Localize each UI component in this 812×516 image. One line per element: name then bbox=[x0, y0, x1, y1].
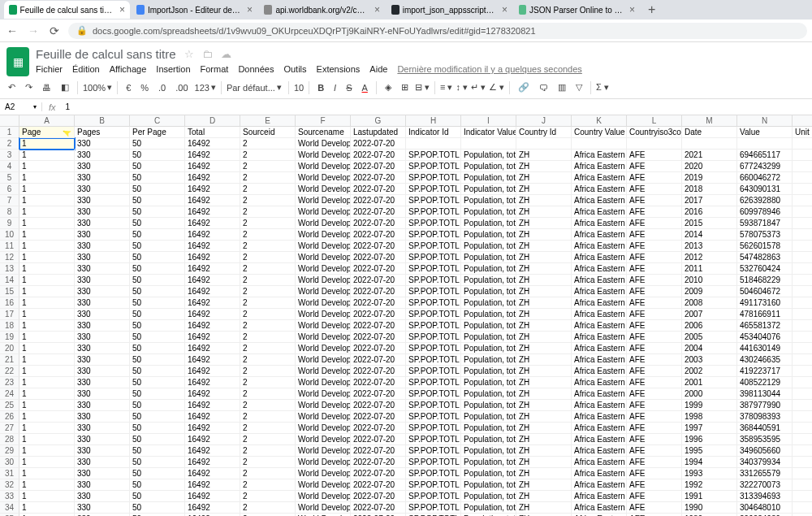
cell[interactable] bbox=[793, 195, 812, 206]
cell[interactable]: 2004 bbox=[682, 343, 737, 354]
cell[interactable]: 16492 bbox=[185, 229, 240, 241]
cell[interactable]: 465581372 bbox=[737, 320, 793, 332]
cell[interactable]: AFE bbox=[627, 161, 682, 172]
cell[interactable]: 2022-07-20 bbox=[351, 218, 406, 229]
cell[interactable]: Population, total bbox=[461, 218, 516, 229]
cell[interactable]: 2 bbox=[240, 206, 296, 218]
cell[interactable]: ZH bbox=[516, 218, 572, 229]
cell[interactable]: 2022-07-20 bbox=[351, 354, 406, 366]
cell[interactable] bbox=[793, 241, 812, 252]
cell[interactable]: AFE bbox=[627, 252, 682, 263]
cell[interactable]: 330 bbox=[75, 218, 130, 229]
cell[interactable]: ZH bbox=[516, 150, 572, 161]
cell[interactable]: 330 bbox=[75, 377, 130, 388]
cell[interactable]: SP.POP.TOTL bbox=[406, 400, 461, 411]
cell[interactable]: 562601578 bbox=[737, 241, 793, 252]
cell[interactable]: ZH bbox=[516, 275, 572, 286]
cell[interactable] bbox=[793, 172, 812, 184]
cell[interactable]: 1 bbox=[19, 184, 75, 195]
browser-tab[interactable]: import_json_appsscript.js · GitH× bbox=[387, 1, 512, 19]
cell[interactable]: 16492 bbox=[185, 241, 240, 252]
cell[interactable]: 50 bbox=[130, 479, 185, 491]
cell[interactable]: 50 bbox=[130, 263, 185, 275]
functions-button[interactable]: Σ ▾ bbox=[596, 82, 609, 93]
redo-button[interactable]: ↷ bbox=[22, 80, 36, 94]
header-cell[interactable]: Sourcename bbox=[296, 127, 351, 138]
cell[interactable]: Africa Eastern an bbox=[572, 457, 627, 468]
cell[interactable]: ZH bbox=[516, 411, 572, 423]
cell[interactable]: 1 bbox=[19, 411, 75, 423]
cell[interactable]: 1 bbox=[19, 491, 75, 502]
cell[interactable] bbox=[793, 445, 812, 457]
v-align-button[interactable]: ↕ ▾ bbox=[456, 82, 468, 93]
cell[interactable]: 50 bbox=[130, 434, 185, 445]
cell[interactable]: World Developm bbox=[296, 320, 351, 332]
header-cell[interactable]: Indicator Value bbox=[461, 127, 516, 138]
sheets-logo-icon[interactable]: ▦ bbox=[6, 47, 29, 76]
row-header[interactable]: 30 bbox=[0, 457, 19, 468]
cell[interactable]: World Developm bbox=[296, 229, 351, 241]
cell[interactable]: 2 bbox=[240, 411, 296, 423]
cell[interactable]: 330 bbox=[75, 241, 130, 252]
header-cell[interactable]: Country Value bbox=[572, 127, 627, 138]
cell[interactable]: 2022-07-20 bbox=[351, 388, 406, 400]
cell[interactable]: AFE bbox=[627, 491, 682, 502]
row-header[interactable]: 29 bbox=[0, 445, 19, 457]
cell[interactable]: World Developm bbox=[296, 411, 351, 423]
cell[interactable]: Population, total bbox=[461, 286, 516, 297]
cell[interactable]: Africa Eastern an bbox=[572, 445, 627, 457]
cell[interactable]: 2022-07-20 bbox=[351, 138, 406, 150]
comment-button[interactable]: 🗨 bbox=[536, 81, 551, 94]
cell[interactable]: 1990 bbox=[682, 502, 737, 514]
cell[interactable]: 2022-07-20 bbox=[351, 468, 406, 479]
row-header[interactable]: 22 bbox=[0, 366, 19, 377]
cell[interactable]: 349605660 bbox=[737, 445, 793, 457]
row-header[interactable]: 25 bbox=[0, 400, 19, 411]
cell[interactable]: ZH bbox=[516, 309, 572, 320]
cell[interactable] bbox=[793, 229, 812, 241]
cell[interactable]: ZH bbox=[516, 252, 572, 263]
cell[interactable] bbox=[461, 138, 516, 150]
cell[interactable]: 2015 bbox=[682, 218, 737, 229]
row-header[interactable]: 8 bbox=[0, 206, 19, 218]
cell[interactable]: 16492 bbox=[185, 138, 240, 150]
new-tab-button[interactable]: + bbox=[641, 2, 662, 17]
cell[interactable]: AFE bbox=[627, 434, 682, 445]
wrap-button[interactable]: ↵ ▾ bbox=[471, 82, 486, 93]
cell[interactable] bbox=[793, 275, 812, 286]
cell[interactable]: 532760424 bbox=[737, 263, 793, 275]
header-cell[interactable]: Pages bbox=[75, 127, 130, 138]
cell[interactable]: 50 bbox=[130, 400, 185, 411]
cell[interactable]: 50 bbox=[130, 502, 185, 514]
cell[interactable]: 2022-07-20 bbox=[351, 229, 406, 241]
move-icon[interactable]: 🗀 bbox=[202, 48, 213, 60]
cell[interactable]: 2022-07-20 bbox=[351, 309, 406, 320]
cell[interactable]: 330 bbox=[75, 423, 130, 434]
cell[interactable] bbox=[516, 138, 572, 150]
cell[interactable]: 16492 bbox=[185, 491, 240, 502]
cell[interactable]: 50 bbox=[130, 377, 185, 388]
cell[interactable]: 660046272 bbox=[737, 172, 793, 184]
cell[interactable]: Africa Eastern an bbox=[572, 400, 627, 411]
cell[interactable]: 2 bbox=[240, 309, 296, 320]
cell[interactable]: 2 bbox=[240, 423, 296, 434]
cell[interactable] bbox=[627, 138, 682, 150]
rotate-button[interactable]: ∠ ▾ bbox=[489, 82, 504, 93]
cell[interactable]: 2022-07-20 bbox=[351, 491, 406, 502]
cell[interactable]: 1 bbox=[19, 218, 75, 229]
cell[interactable]: SP.POP.TOTL bbox=[406, 445, 461, 457]
cell[interactable]: AFE bbox=[627, 263, 682, 275]
cell[interactable]: 2022-07-20 bbox=[351, 286, 406, 297]
cell[interactable]: 330 bbox=[75, 150, 130, 161]
cell[interactable]: SP.POP.TOTL bbox=[406, 275, 461, 286]
cell[interactable]: 330 bbox=[75, 332, 130, 343]
cell[interactable]: 2022-07-20 bbox=[351, 172, 406, 184]
cell[interactable]: 1 bbox=[19, 252, 75, 263]
cell[interactable]: Population, total bbox=[461, 184, 516, 195]
cell[interactable]: 304648010 bbox=[737, 502, 793, 514]
filter-button[interactable]: ▽ bbox=[572, 80, 585, 94]
cell[interactable]: World Developm bbox=[296, 150, 351, 161]
cell[interactable]: 16492 bbox=[185, 400, 240, 411]
cell[interactable]: 643090131 bbox=[737, 184, 793, 195]
cell[interactable]: 330 bbox=[75, 479, 130, 491]
